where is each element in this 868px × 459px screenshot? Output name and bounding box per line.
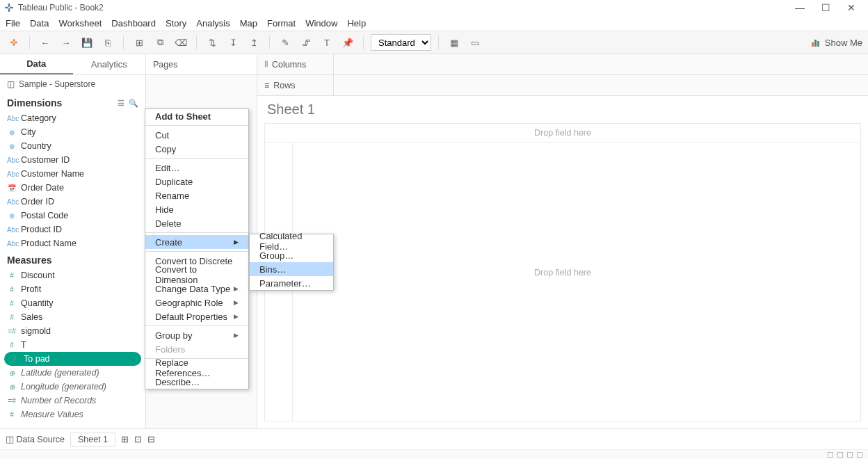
new-dashboard-icon[interactable]: ⊡: [134, 434, 142, 444]
sheet-tab-1[interactable]: Sheet 1: [70, 433, 115, 446]
field-label: Order Date: [21, 183, 64, 193]
maximize-button[interactable]: ☐: [821, 2, 830, 13]
menu-worksheet[interactable]: Worksheet: [58, 18, 102, 29]
menu-dashboard[interactable]: Dashboard: [111, 18, 156, 29]
field-label: Postal Code: [21, 211, 68, 220]
menu-window[interactable]: Window: [305, 18, 337, 29]
menu-help[interactable]: Help: [347, 18, 366, 29]
new-story-icon[interactable]: ⊟: [147, 434, 155, 444]
show-me-button[interactable]: Show Me: [811, 38, 862, 48]
canvas[interactable]: Drop field here Drop field here Drop fie…: [264, 123, 861, 421]
presentation-icon[interactable]: ▭: [467, 34, 483, 51]
sort-desc-icon[interactable]: ↥: [246, 34, 262, 51]
dimensions-list: AbcCategory⊕City⊕CountryAbcCustomer IDAb…: [0, 111, 145, 250]
ctx-edit[interactable]: Edit…: [145, 161, 248, 175]
swap-icon[interactable]: ⇅: [204, 34, 220, 51]
tab-analytics[interactable]: Analytics: [73, 54, 146, 74]
list-view-icon[interactable]: ☰: [118, 99, 124, 108]
measure-field[interactable]: #Measure Values: [0, 408, 145, 421]
field-type-icon: ⊕: [7, 129, 17, 136]
dimension-field[interactable]: AbcProduct ID: [0, 223, 145, 236]
measure-field[interactable]: #To pad: [4, 352, 141, 366]
ctx-convert-dimension[interactable]: Convert to Dimension: [145, 268, 248, 282]
measure-field[interactable]: #T: [0, 338, 145, 352]
dimension-field[interactable]: 📅Order Date: [0, 181, 145, 195]
measure-field[interactable]: =#Number of Records: [0, 394, 145, 408]
ctx-group-by[interactable]: Group by: [145, 328, 248, 342]
ctx-create[interactable]: Create: [145, 235, 248, 249]
ctx-duplicate[interactable]: Duplicate: [145, 175, 248, 188]
dimension-field[interactable]: AbcCustomer Name: [0, 167, 145, 181]
pages-shelf[interactable]: Pages: [146, 54, 257, 75]
columns-shelf[interactable]: ⦀Columns: [257, 54, 868, 75]
field-label: T: [21, 340, 26, 350]
menu-file[interactable]: File: [6, 18, 20, 29]
menu-analysis[interactable]: Analysis: [196, 18, 230, 29]
redo-icon[interactable]: →: [58, 34, 74, 51]
ctx-rename[interactable]: Rename: [145, 188, 248, 202]
ctx-calculated-field[interactable]: Calculated Field…: [250, 234, 333, 248]
dimension-field[interactable]: ⊕Postal Code: [0, 209, 145, 223]
showme-icon: [811, 38, 821, 47]
clear-icon[interactable]: ⌫: [172, 34, 189, 51]
new-worksheet-icon[interactable]: ⊞: [131, 34, 147, 51]
measure-field[interactable]: =#sigmold: [0, 324, 145, 338]
field-type-icon: Abc: [7, 240, 17, 248]
undo-icon[interactable]: ←: [37, 34, 54, 51]
highlight-icon[interactable]: ✎: [277, 34, 294, 51]
ctx-default-properties[interactable]: Default Properties: [145, 309, 248, 323]
title-bar: Tableau Public - Book2 — ☐ ✕: [0, 0, 868, 15]
ctx-cut[interactable]: Cut: [145, 128, 248, 142]
sort-asc-icon[interactable]: ↧: [225, 34, 241, 51]
svg-rect-3: [10, 7, 13, 8]
close-button[interactable]: ✕: [847, 2, 855, 13]
duplicate-icon[interactable]: ⧉: [152, 34, 168, 51]
cards-icon[interactable]: ▦: [446, 34, 463, 51]
ctx-delete[interactable]: Delete: [145, 216, 248, 230]
ctx-parameter[interactable]: Parameter…: [250, 276, 333, 290]
measure-field[interactable]: ⊕Latitude (generated): [0, 366, 145, 380]
measure-field[interactable]: ⊕Longitude (generated): [0, 380, 145, 394]
measure-field[interactable]: #Discount: [0, 268, 145, 282]
menu-format[interactable]: Format: [267, 18, 296, 29]
dimension-field[interactable]: AbcCategory: [0, 111, 145, 125]
dimension-field[interactable]: ⊕Country: [0, 139, 145, 153]
rows-shelf[interactable]: ≡Rows: [257, 75, 868, 96]
field-type-icon: ⊕: [7, 212, 17, 220]
pin-icon[interactable]: 📌: [339, 34, 356, 51]
sheet-tabs-bar: ◫ Data Source Sheet 1 ⊞ ⊡ ⊟: [0, 428, 868, 449]
save-icon[interactable]: 💾: [79, 34, 95, 51]
field-label: Country: [21, 141, 51, 151]
datasource-row[interactable]: ◫ Sample - Superstore: [0, 75, 145, 93]
dimension-field[interactable]: AbcOrder ID: [0, 195, 145, 209]
ctx-add-to-sheet[interactable]: Add to Sheet: [145, 109, 248, 123]
group-icon[interactable]: 🖇: [298, 34, 314, 51]
field-type-icon: #: [7, 272, 17, 280]
field-label: Discount: [21, 271, 55, 280]
measure-field[interactable]: #Profit: [0, 282, 145, 296]
menu-story[interactable]: Story: [166, 18, 186, 29]
new-data-icon[interactable]: ⎘: [99, 34, 116, 51]
tableau-icon[interactable]: [6, 34, 22, 51]
ctx-copy[interactable]: Copy: [145, 142, 248, 156]
new-sheet-icon[interactable]: ⊞: [121, 434, 129, 444]
measure-field[interactable]: #Sales: [0, 310, 145, 324]
dimension-field[interactable]: AbcCustomer ID: [0, 153, 145, 167]
tab-data[interactable]: Data: [0, 54, 73, 74]
measure-field[interactable]: #Quantity: [0, 296, 145, 310]
sheet-title[interactable]: Sheet 1: [257, 96, 868, 123]
ctx-hide[interactable]: Hide: [145, 202, 248, 216]
minimize-button[interactable]: —: [795, 2, 805, 13]
menu-data[interactable]: Data: [30, 18, 49, 29]
ctx-geographic-role[interactable]: Geographic Role: [145, 296, 248, 309]
search-icon[interactable]: 🔍: [129, 99, 138, 108]
fit-dropdown[interactable]: Standard: [371, 34, 431, 51]
status-indicator: [837, 452, 843, 458]
menu-map[interactable]: Map: [240, 18, 257, 29]
ctx-bins[interactable]: Bins…: [250, 262, 333, 276]
ctx-replace-refs[interactable]: Replace References…: [145, 361, 248, 375]
dimension-field[interactable]: ⊕City: [0, 125, 145, 139]
datasource-tab[interactable]: ◫ Data Source: [6, 434, 65, 444]
dimension-field[interactable]: AbcProduct Name: [0, 236, 145, 250]
label-icon[interactable]: T: [319, 34, 335, 51]
